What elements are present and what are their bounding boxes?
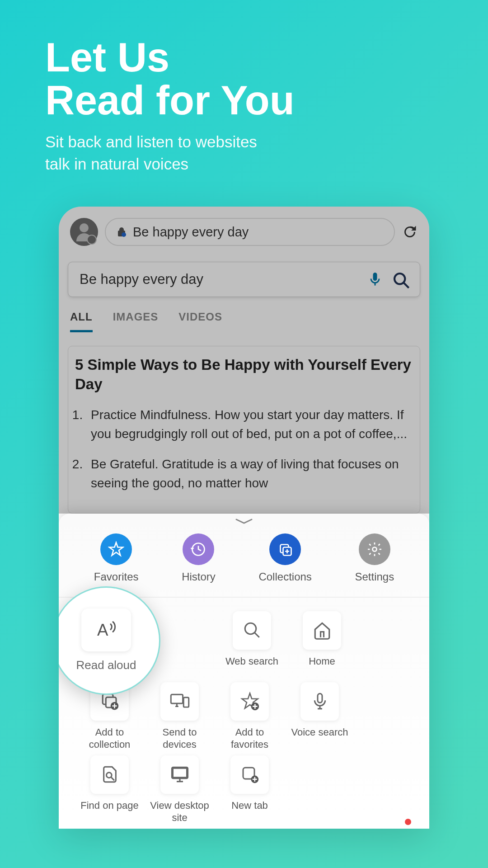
promo-title: Let Us Read for You: [45, 36, 443, 122]
svg-point-7: [245, 623, 256, 635]
read-aloud-icon: A: [81, 609, 131, 651]
favorites-label: Favorites: [94, 571, 139, 583]
svg-line-2: [404, 283, 409, 288]
find-page-icon: [90, 755, 129, 794]
collections-label: Collections: [258, 571, 311, 583]
svg-rect-22: [174, 769, 186, 777]
action-favorites[interactable]: Favorites: [94, 533, 139, 583]
history-icon: [183, 533, 214, 565]
star-icon: [100, 533, 132, 565]
tool-desktop-site[interactable]: View desktop site: [147, 755, 212, 824]
tool-voice-search[interactable]: Voice search: [287, 682, 352, 751]
add-collection-label: Add to collection: [77, 726, 142, 751]
svg-point-0: [122, 232, 126, 237]
svg-point-18: [106, 773, 112, 778]
search-icon[interactable]: [392, 271, 408, 288]
phone-frame: Be happy every day Be happy every day AL…: [59, 207, 429, 829]
action-history[interactable]: History: [182, 533, 216, 583]
tools-grid: A Read aloud Web search Home: [59, 598, 429, 829]
gear-icon: [359, 533, 390, 565]
article-title: 5 Simple Ways to Be Happy with Yourself …: [75, 355, 413, 394]
read-aloud-highlight[interactable]: A Read aloud: [59, 586, 160, 695]
article-item-2: Be Grateful. Gratitude is a way of livin…: [86, 455, 413, 493]
tool-web-search[interactable]: Web search: [219, 611, 285, 678]
svg-rect-17: [318, 694, 322, 703]
search-icon: [233, 611, 271, 650]
collections-icon: [269, 533, 301, 565]
action-collections[interactable]: Collections: [258, 533, 311, 583]
search-result-card: 5 Simple Ways to Be Happy with Yourself …: [68, 346, 420, 514]
tool-home[interactable]: Home: [289, 611, 355, 678]
promo-subtitle-line1: Sit back and listen to websites: [45, 131, 443, 153]
voice-search-label: Voice search: [291, 726, 348, 749]
tool-send-devices[interactable]: Send to devices: [147, 682, 212, 751]
url-bar[interactable]: Be happy every day: [105, 218, 395, 246]
tab-videos[interactable]: VIDEOS: [178, 311, 222, 332]
article-item-1: Practice Mindfulness. How you start your…: [86, 406, 413, 443]
svg-rect-12: [171, 694, 183, 703]
find-page-label: Find on page: [80, 799, 138, 822]
svg-point-1: [394, 274, 405, 284]
browser-top-bar: Be happy every day: [59, 207, 429, 253]
svg-text:A: A: [97, 620, 108, 639]
promo-subtitle: Sit back and listen to websites talk in …: [45, 131, 443, 175]
send-devices-label: Send to devices: [147, 726, 212, 751]
tool-find-page[interactable]: Find on page: [77, 755, 142, 824]
promo-title-line2: Read for You: [45, 79, 443, 122]
action-settings[interactable]: Settings: [355, 533, 394, 583]
profile-button[interactable]: [70, 218, 98, 246]
home-label: Home: [309, 655, 335, 678]
add-favorites-icon: [230, 682, 269, 721]
microphone-icon: [300, 682, 339, 721]
read-aloud-label: Read aloud: [76, 658, 136, 672]
new-tab-icon: [230, 755, 269, 794]
desktop-icon: [160, 755, 199, 794]
settings-label: Settings: [355, 571, 394, 583]
svg-line-8: [254, 633, 259, 638]
profile-add-icon: [87, 235, 97, 245]
web-search-label: Web search: [225, 655, 278, 678]
search-input-text: Be happy every day: [80, 271, 358, 288]
send-devices-icon: [160, 682, 199, 721]
url-text: Be happy every day: [133, 225, 249, 240]
tab-images[interactable]: IMAGES: [113, 311, 159, 332]
tab-all[interactable]: ALL: [70, 311, 93, 332]
browser-view-dimmed: Be happy every day Be happy every day AL…: [59, 207, 429, 514]
desktop-site-label: View desktop site: [147, 799, 212, 824]
tool-new-tab[interactable]: New tab: [217, 755, 282, 824]
microphone-icon[interactable]: [367, 271, 383, 288]
search-bar[interactable]: Be happy every day: [68, 262, 420, 297]
bottom-sheet: Favorites History Collections Settings: [59, 514, 429, 829]
history-label: History: [182, 571, 216, 583]
add-favorites-label: Add to favorites: [217, 726, 282, 751]
reload-button[interactable]: [402, 224, 418, 240]
svg-line-19: [111, 778, 114, 781]
promo-header: Let Us Read for You Sit back and listen …: [0, 0, 488, 193]
notification-dot: [405, 819, 411, 825]
new-tab-label: New tab: [231, 799, 268, 822]
promo-subtitle-line2: talk in natural voices: [45, 153, 443, 175]
promo-title-line1: Let Us: [45, 36, 443, 79]
svg-point-5: [372, 547, 376, 551]
lock-icon: [117, 226, 126, 237]
sheet-handle[interactable]: [59, 514, 429, 529]
search-tabs: ALL IMAGES VIDEOS: [59, 297, 429, 332]
home-icon: [303, 611, 341, 650]
svg-rect-15: [183, 698, 189, 707]
article-list: Practice Mindfulness. How you start your…: [75, 406, 413, 493]
tool-add-favorites[interactable]: Add to favorites: [217, 682, 282, 751]
